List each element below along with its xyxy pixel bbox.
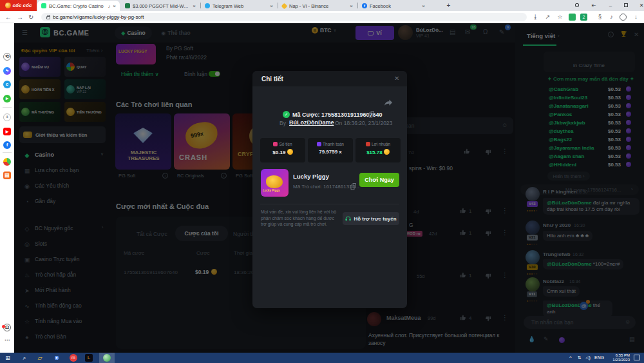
modal-game-id: Mã Trò chơi: 16174861314... <box>293 184 359 190</box>
stat-label: Lợi nhuận <box>372 142 390 146</box>
youtube-icon[interactable]: ▶ <box>3 128 11 135</box>
lock-icon[interactable] <box>46 16 50 19</box>
modal-game-name: Lucky Piggy <box>293 173 329 180</box>
tab-close-icon[interactable]: × <box>422 3 425 9</box>
tab-label: $3.000 PGSOFT Mid-Week M <box>133 3 190 9</box>
modal-header: Chi tiết ✕ <box>252 71 407 86</box>
tab-close-icon[interactable]: × <box>193 3 196 9</box>
divider <box>3 107 12 108</box>
notification-dot <box>2 325 5 328</box>
clock[interactable]: 6:55 PM1/23/2023 <box>608 353 630 362</box>
window-maximize-button[interactable] <box>618 0 634 11</box>
tab-close-icon[interactable]: × <box>350 3 353 9</box>
m-app-icon[interactable]: m <box>70 354 77 362</box>
coccoc-news-icon[interactable]: c <box>3 81 11 88</box>
downloads-icon[interactable]: ↓ <box>632 14 639 21</box>
tab-search-icon[interactable] <box>569 0 585 11</box>
network-icon[interactable]: ⇅ <box>576 354 583 362</box>
tab-divider <box>278 3 278 8</box>
url-text[interactable]: bc.game/vi/game/lucky-piggy-by-pg-soft <box>53 14 144 20</box>
play-now-button[interactable]: Chơi Ngay <box>359 173 399 187</box>
verified-check-icon[interactable]: ✓ <box>283 111 290 118</box>
tab-label: Telegram Web <box>213 3 267 9</box>
payout-icon <box>317 142 321 146</box>
browser-tab-bcgame[interactable]: BC.Game: Crypto Casino ♪ × <box>37 1 120 11</box>
modal-share-icon[interactable] <box>384 99 393 107</box>
stat-label: Thanh toán <box>323 142 344 146</box>
modal-by-label: By <box>279 120 286 126</box>
file-explorer-icon[interactable]: ▱ <box>36 354 44 362</box>
shop-cart-icon[interactable]: ▤ <box>3 172 11 179</box>
facebook-shortcut-icon[interactable]: f <box>3 141 11 149</box>
binance-favicon <box>281 3 288 9</box>
messenger-icon[interactable]: ϟ <box>3 67 11 75</box>
divider <box>260 204 399 204</box>
history-icon[interactable]: ⟲ <box>3 53 11 61</box>
tab-divider <box>200 3 201 8</box>
extension-spring-icon[interactable]: § <box>596 14 603 21</box>
save-page-icon[interactable]: ⭳ <box>532 14 539 21</box>
bookmark-star-icon[interactable]: ☆ <box>556 14 564 21</box>
back-icon[interactable]: ← <box>5 13 12 21</box>
forward-icon[interactable]: → <box>17 13 23 21</box>
thumb-caption: Lucky Piggy <box>263 189 280 192</box>
tab-audio-icon[interactable]: ♪ <box>108 4 111 8</box>
browser-tab-telegram[interactable]: Telegram Web × <box>201 1 277 11</box>
taskbar-search-icon[interactable]: ⌕ <box>21 354 28 362</box>
more-options-icon[interactable]: ⋯ <box>3 338 11 346</box>
stat-payout: Thanh toán 79.9759 x <box>308 138 353 162</box>
browser-toolbar: ← → ↻ bc.game/vi/game/lucky-piggy-by-pg-… <box>0 11 644 23</box>
live-support-label: Hỗ trợ trực tuyến <box>354 216 396 222</box>
coccoc-logo-icon <box>5 3 11 8</box>
extension-note-icon[interactable]: ♪ <box>608 14 615 21</box>
window-minimize-button[interactable]: – <box>603 0 618 11</box>
copy-icon[interactable] <box>350 183 357 190</box>
modal-title: Chi tiết <box>261 75 283 83</box>
profit-icon <box>366 142 370 146</box>
games-icon[interactable]: ▸ <box>3 95 11 103</box>
adblock-extension-icon[interactable] <box>569 14 576 21</box>
windows-taskbar: ⊞ ⌕ ▱ m L ^ ⇅ ◁) ENG 6:55 PM1/23/2023 <box>0 353 644 363</box>
new-tab-button[interactable]: + <box>444 1 453 10</box>
copy-icon[interactable] <box>368 111 375 118</box>
language-indicator[interactable]: ENG <box>594 355 604 360</box>
modal-player-link[interactable]: BúLozDònDame <box>289 119 334 126</box>
play-now-label: Chơi Ngay <box>365 177 393 183</box>
coccoc-taskbar-icon[interactable] <box>103 354 111 362</box>
side-panel-icon[interactable]: ⇤ <box>586 0 601 11</box>
modal-close-icon[interactable]: ✕ <box>394 75 399 82</box>
headset-icon <box>345 216 351 222</box>
divider <box>3 152 12 153</box>
modal-game-thumb[interactable]: Lucky Piggy <box>261 169 289 197</box>
address-bar[interactable]: bc.game/vi/game/lucky-piggy-by-pg-soft <box>41 13 527 21</box>
tray-expand-icon[interactable]: ^ <box>567 354 574 362</box>
window-close-button[interactable]: ✕ <box>634 0 644 11</box>
zing-icon[interactable] <box>3 158 11 166</box>
reload-icon[interactable]: ↻ <box>28 13 33 21</box>
facebook-favicon: f <box>362 3 367 8</box>
tab-close-icon[interactable]: × <box>113 3 116 9</box>
live-support-button[interactable]: Hỗ trợ trực tuyến <box>343 212 399 225</box>
profile-icon[interactable] <box>620 14 627 21</box>
tab-divider <box>357 3 358 8</box>
coin-icon <box>384 149 390 155</box>
telegram-favicon <box>205 3 210 8</box>
stat-profit: Lợi nhuận $15.78 <box>355 138 401 162</box>
coccoc-brand[interactable]: cốc cốc <box>0 0 37 11</box>
browser-tab-binance[interactable]: Nap - VI - Binance × <box>278 1 357 11</box>
league-icon[interactable]: L <box>85 354 93 362</box>
pig-art <box>266 175 283 188</box>
download-extension-icon[interactable]: 2 <box>580 14 587 21</box>
share-icon[interactable]: ↗ <box>544 14 551 21</box>
browser-tabstrip: cốc cốc BC.Game: Crypto Casino ♪ × $3.00… <box>0 0 644 11</box>
action-center-icon[interactable] <box>634 355 640 360</box>
volume-icon[interactable]: ◁) <box>584 354 592 362</box>
stat-amount: Số tiền $0.19 <box>260 138 305 162</box>
stat-value: 79.9759 x <box>319 149 342 155</box>
browser-tab-pgsoft[interactable]: $3.000 PGSOFT Mid-Week M × <box>121 1 200 11</box>
add-shortcut-icon[interactable]: + <box>3 113 11 121</box>
stat-value: $15.78 <box>366 150 382 155</box>
tab-close-icon[interactable]: × <box>270 3 273 9</box>
browser-tab-facebook[interactable]: f Facebook × <box>358 1 429 11</box>
start-button-icon[interactable]: ⊞ <box>4 354 12 362</box>
